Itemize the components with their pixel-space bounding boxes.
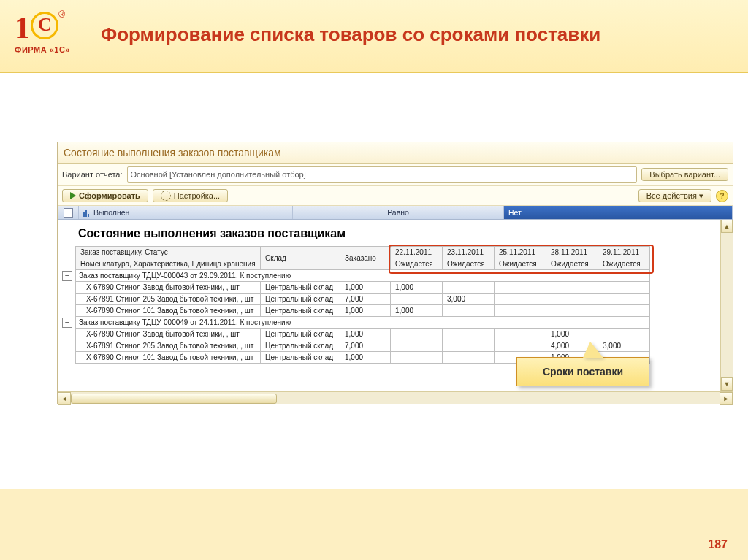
filter-value-label: Нет bbox=[508, 208, 522, 217]
report-table: Заказ поставщику, СтатусСкладЗаказано22.… bbox=[75, 246, 650, 364]
col-warehouse: Склад bbox=[261, 247, 340, 270]
cell-value bbox=[391, 329, 443, 340]
cell-value: 3,000 bbox=[598, 340, 650, 352]
cell-nomenclature: Х-67890 Стинол Завод бытовой техники, , … bbox=[76, 282, 261, 294]
filter-checkbox-cell[interactable] bbox=[58, 206, 79, 219]
report-area: Состояние выполнения заказов поставщикам… bbox=[58, 220, 733, 404]
settings-button[interactable]: Настройка... bbox=[153, 189, 228, 202]
col-expected-1: Ожидается bbox=[443, 258, 495, 270]
cell-value: 1,000 bbox=[391, 305, 443, 317]
cell-value bbox=[598, 282, 650, 294]
form-report-button[interactable]: Сформировать bbox=[62, 189, 148, 202]
variant-row: Вариант отчета: Основной [Установлен доп… bbox=[58, 164, 733, 186]
cell-value bbox=[391, 340, 443, 352]
filter-field-label: Выполнен bbox=[94, 208, 129, 217]
cell-nomenclature: Х-67890 Стинол Завод бытовой техники, , … bbox=[76, 329, 261, 340]
cell-value bbox=[443, 329, 495, 340]
logo-icon: 1 C bbox=[15, 10, 60, 44]
col-expected-3: Ожидается bbox=[546, 258, 598, 270]
cell-value bbox=[391, 294, 443, 305]
group-row[interactable]: Заказ поставщику ТДЦУ-000049 от 24.11.20… bbox=[76, 317, 650, 329]
cell-value bbox=[443, 305, 495, 317]
horizontal-scrollbar[interactable]: ◄ ► bbox=[58, 391, 733, 404]
cell-ordered: 1,000 bbox=[340, 282, 391, 294]
cell-nomenclature: Х-67890 Стинол 101 Завод бытовой техники… bbox=[76, 352, 261, 364]
cell-value bbox=[598, 305, 650, 317]
col-date-1: 23.11.2011 bbox=[443, 247, 495, 258]
app-window: Состояние выполнения заказов поставщикам… bbox=[57, 142, 733, 404]
cell-warehouse: Центральный склад bbox=[261, 294, 340, 305]
scroll-down-icon[interactable]: ▼ bbox=[721, 377, 733, 391]
cell-value bbox=[443, 340, 495, 352]
cell-value: 1,000 bbox=[546, 329, 598, 340]
cell-value bbox=[495, 305, 546, 317]
scroll-up-icon[interactable]: ▲ bbox=[721, 220, 733, 233]
vertical-scrollbar[interactable]: ▲ ▼ bbox=[720, 220, 733, 391]
select-variant-button[interactable]: Выбрать вариант... bbox=[641, 168, 728, 181]
cell-warehouse: Центральный склад bbox=[261, 282, 340, 294]
table-row: Х-67891 Стинол 205 Завод бытовой техники… bbox=[76, 294, 650, 305]
all-actions-button[interactable]: Все действия ▾ bbox=[638, 189, 711, 202]
callout-text: Сроки поставки bbox=[543, 366, 623, 377]
cell-nomenclature: Х-67891 Стинол 205 Завод бытовой техники… bbox=[76, 294, 261, 305]
cell-ordered: 1,000 bbox=[340, 305, 391, 317]
cell-nomenclature: Х-67890 Стинол 101 Завод бытовой техники… bbox=[76, 305, 261, 317]
cell-value bbox=[391, 352, 443, 364]
page-number: 187 bbox=[708, 538, 728, 551]
col-nomenclature: Номенклатура, Характеристика, Единица хр… bbox=[76, 258, 261, 270]
cell-ordered: 1,000 bbox=[340, 352, 391, 364]
col-expected-0: Ожидается bbox=[391, 258, 443, 270]
scroll-thumb[interactable] bbox=[71, 394, 277, 404]
cell-warehouse: Центральный склад bbox=[261, 340, 340, 352]
logo-caption: ФИРМА «1С» bbox=[15, 45, 70, 54]
cell-value bbox=[598, 329, 650, 340]
filter-cond-label: Равно bbox=[387, 208, 409, 217]
table-row: Х-67890 Стинол 101 Завод бытовой техники… bbox=[76, 305, 650, 317]
cell-warehouse: Центральный склад bbox=[261, 352, 340, 364]
report-title: Состояние выполнения заказов поставщикам bbox=[78, 227, 728, 240]
cell-ordered: 7,000 bbox=[340, 294, 391, 305]
table-row: Х-67891 Стинол 205 Завод бытовой техники… bbox=[76, 340, 650, 352]
cell-ordered: 7,000 bbox=[340, 340, 391, 352]
cell-value bbox=[443, 282, 495, 294]
cell-value bbox=[443, 352, 495, 364]
app-window-title: Состояние выполнения заказов поставщикам bbox=[58, 142, 733, 164]
cell-value bbox=[495, 329, 546, 340]
filter-field-cell[interactable]: Выполнен bbox=[79, 206, 293, 219]
cell-value bbox=[546, 294, 598, 305]
cell-value: 3,000 bbox=[443, 294, 495, 305]
scroll-right-icon[interactable]: ► bbox=[720, 392, 733, 405]
col-date-4: 29.11.2011 bbox=[598, 247, 650, 258]
cell-value bbox=[495, 340, 546, 352]
expand-toggle-icon[interactable]: − bbox=[62, 271, 72, 281]
help-button[interactable]: ? bbox=[716, 190, 728, 202]
settings-label: Настройка... bbox=[174, 191, 220, 200]
cell-value bbox=[495, 282, 546, 294]
variant-input[interactable]: Основной [Установлен дополнительный отбо… bbox=[127, 166, 638, 183]
cell-value bbox=[598, 294, 650, 305]
table-row: Х-67890 Стинол Завод бытовой техники, , … bbox=[76, 282, 650, 294]
filter-cond-cell[interactable]: Равно bbox=[293, 206, 504, 219]
expand-toggle-icon[interactable]: − bbox=[62, 318, 72, 328]
all-actions-label: Все действия ▾ bbox=[646, 191, 703, 201]
help-icon: ? bbox=[720, 192, 724, 200]
col-ordered: Заказано bbox=[340, 247, 391, 270]
callout-delivery-dates: Сроки поставки bbox=[516, 357, 649, 386]
cell-warehouse: Центральный склад bbox=[261, 305, 340, 317]
cell-value bbox=[546, 282, 598, 294]
table-row: Х-67890 Стинол Завод бытовой техники, , … bbox=[76, 329, 650, 340]
cell-nomenclature: Х-67891 Стинол 205 Завод бытовой техники… bbox=[76, 340, 261, 352]
toolbar-row: Сформировать Настройка... Все действия ▾… bbox=[58, 186, 733, 206]
select-variant-label: Выбрать вариант... bbox=[649, 170, 720, 179]
cell-ordered: 1,000 bbox=[340, 329, 391, 340]
group-row[interactable]: Заказ поставщику ТДЦУ-000043 от 29.09.20… bbox=[76, 270, 650, 282]
col-date-2: 25.11.2011 bbox=[495, 247, 546, 258]
cell-value: 1,000 bbox=[391, 282, 443, 294]
filter-value-cell[interactable]: Нет bbox=[504, 206, 733, 219]
slide-title: Формирование списка товаров со сроками п… bbox=[101, 23, 600, 46]
scroll-left-icon[interactable]: ◄ bbox=[58, 392, 71, 405]
filter-bar: Выполнен Равно Нет bbox=[58, 206, 733, 220]
cell-value bbox=[495, 294, 546, 305]
form-report-label: Сформировать bbox=[79, 191, 140, 200]
play-icon bbox=[70, 192, 76, 199]
